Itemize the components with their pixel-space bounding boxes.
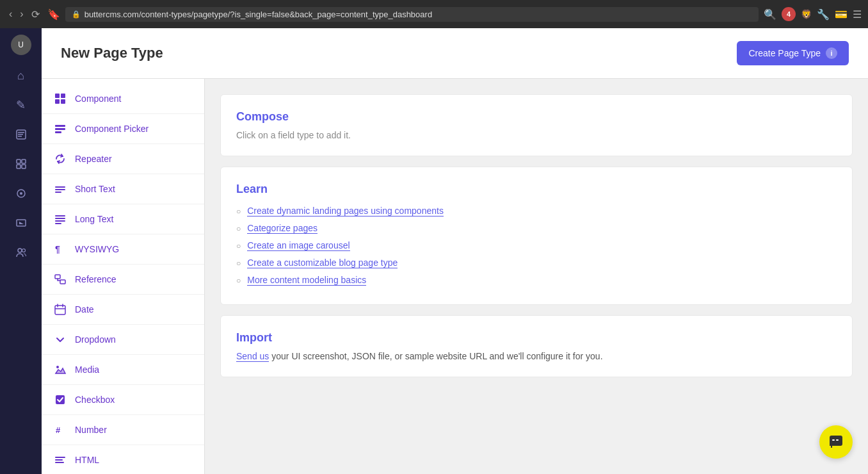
- field-type-component-picker-label: Component Picker: [75, 124, 149, 134]
- field-type-date[interactable]: Date: [42, 295, 204, 325]
- wallet-icon[interactable]: 💳: [835, 8, 848, 20]
- svg-rect-15: [55, 99, 60, 104]
- browser-chrome: ‹ › ⟳ 🔖 🔒 buttercms.com/content-types/pa…: [0, 0, 868, 28]
- svg-rect-19: [55, 131, 61, 133]
- api-icon: [15, 188, 27, 199]
- main-content: Component Component Picker Repeater: [42, 79, 868, 474]
- field-type-media-label: Media: [75, 364, 99, 375]
- field-type-repeater-label: Repeater: [75, 154, 112, 164]
- svg-point-11: [18, 249, 22, 252]
- svg-rect-6: [17, 165, 20, 168]
- svg-text:¶: ¶: [55, 244, 60, 254]
- svg-rect-39: [55, 462, 64, 463]
- forward-button[interactable]: ›: [17, 6, 26, 23]
- svg-rect-26: [55, 223, 61, 224]
- url-bar[interactable]: 🔒 buttercms.com/content-types/pagetype/?…: [65, 7, 759, 22]
- field-type-number-label: Number: [75, 425, 107, 435]
- svg-rect-37: [55, 457, 65, 458]
- field-type-date-label: Date: [75, 304, 94, 315]
- field-type-html-label: HTML: [75, 455, 99, 465]
- svg-rect-38: [55, 459, 63, 461]
- sidebar-item-blog[interactable]: ✎: [8, 92, 34, 118]
- field-type-dropdown[interactable]: Dropdown: [42, 325, 204, 355]
- field-type-dropdown-label: Dropdown: [75, 334, 116, 345]
- svg-rect-2: [18, 134, 23, 135]
- bookmark-icon[interactable]: 🔖: [47, 8, 60, 20]
- learn-title: Learn: [236, 183, 837, 196]
- field-type-wysiwyg[interactable]: ¶ WYSIWYG: [42, 234, 204, 265]
- brave-icon[interactable]: 🦁: [801, 9, 812, 19]
- field-type-component-label: Component: [75, 94, 121, 104]
- svg-rect-24: [55, 218, 65, 219]
- menu-icon[interactable]: ☰: [853, 8, 862, 20]
- reload-button[interactable]: ⟳: [29, 6, 42, 23]
- shield-badge[interactable]: 4: [782, 7, 796, 21]
- svg-rect-25: [55, 220, 65, 222]
- component-icon: [53, 92, 67, 106]
- wysiwyg-icon: ¶: [53, 242, 67, 256]
- svg-point-34: [56, 366, 59, 368]
- field-type-short-text-label: Short Text: [75, 184, 115, 194]
- field-type-checkbox[interactable]: Checkbox: [42, 385, 204, 415]
- field-type-component[interactable]: Component: [42, 84, 204, 114]
- field-type-media[interactable]: Media: [42, 355, 204, 385]
- browser-nav[interactable]: ‹ › ⟳: [6, 6, 42, 23]
- sidebar-item-media[interactable]: [8, 210, 34, 236]
- sidebar-item-home[interactable]: ⌂: [8, 63, 34, 88]
- field-type-component-picker[interactable]: Component Picker: [42, 114, 204, 144]
- date-icon: [53, 302, 67, 316]
- link-blog[interactable]: Create a customizable blog page type: [247, 257, 398, 268]
- reference-icon: [53, 272, 67, 286]
- field-type-reference[interactable]: Reference: [42, 265, 204, 295]
- media-field-icon: [53, 363, 67, 377]
- sidebar-item-users[interactable]: [8, 240, 34, 265]
- field-type-long-text[interactable]: Long Text: [42, 204, 204, 234]
- field-type-wysiwyg-label: WYSIWYG: [75, 244, 119, 254]
- checkbox-icon: [53, 393, 67, 407]
- svg-rect-23: [55, 215, 65, 217]
- field-type-long-text-label: Long Text: [75, 214, 113, 224]
- long-text-icon: [53, 212, 67, 226]
- media-icon: [15, 217, 27, 229]
- learn-list-item-2: Categorize pages: [236, 220, 837, 237]
- svg-rect-21: [55, 189, 65, 190]
- sidebar-item-api[interactable]: [8, 181, 34, 206]
- svg-rect-42: [836, 439, 839, 441]
- svg-rect-13: [55, 94, 60, 98]
- field-type-number[interactable]: # Number: [42, 415, 204, 445]
- field-type-html[interactable]: HTML: [42, 445, 204, 474]
- svg-rect-40: [830, 436, 842, 446]
- link-dynamic[interactable]: Create dynamic landing pages using compo…: [247, 206, 444, 217]
- chat-icon: [828, 434, 844, 450]
- svg-point-12: [22, 249, 25, 252]
- html-icon: [53, 453, 67, 467]
- svg-rect-17: [55, 125, 65, 127]
- svg-rect-3: [18, 136, 22, 137]
- field-type-repeater[interactable]: Repeater: [42, 144, 204, 174]
- right-panel: Compose Click on a field type to add it.…: [205, 79, 868, 474]
- browser-icons: 🔍 4 🦁 🔧 💳 ☰: [764, 7, 862, 21]
- import-description: your UI screenshot, JSON file, or sample…: [269, 351, 602, 361]
- link-categorize[interactable]: Categorize pages: [247, 223, 317, 234]
- field-types-panel: Component Component Picker Repeater: [42, 79, 205, 474]
- link-carousel[interactable]: Create an image carousel: [247, 240, 350, 251]
- import-title: Import: [236, 331, 837, 345]
- sidebar-item-pages[interactable]: [8, 122, 34, 147]
- sidebar-item-grid[interactable]: [8, 151, 34, 177]
- create-page-type-button[interactable]: Create Page Type i: [737, 41, 849, 65]
- back-button[interactable]: ‹: [6, 6, 15, 23]
- zoom-icon[interactable]: 🔍: [764, 8, 776, 20]
- svg-rect-41: [832, 439, 835, 441]
- extensions-icon[interactable]: 🔧: [817, 8, 830, 20]
- chat-bubble-button[interactable]: [819, 425, 853, 459]
- send-us-link[interactable]: Send us: [236, 351, 269, 362]
- field-type-short-text[interactable]: Short Text: [42, 174, 204, 204]
- import-text: Send us your UI screenshot, JSON file, o…: [236, 351, 837, 361]
- users-icon: [15, 247, 27, 258]
- svg-rect-4: [17, 159, 20, 163]
- svg-rect-1: [18, 132, 24, 133]
- repeater-icon: [53, 152, 67, 166]
- svg-rect-5: [22, 159, 26, 163]
- link-basics[interactable]: More content modeling basics: [247, 275, 366, 286]
- learn-list: Create dynamic landing pages using compo…: [236, 202, 837, 289]
